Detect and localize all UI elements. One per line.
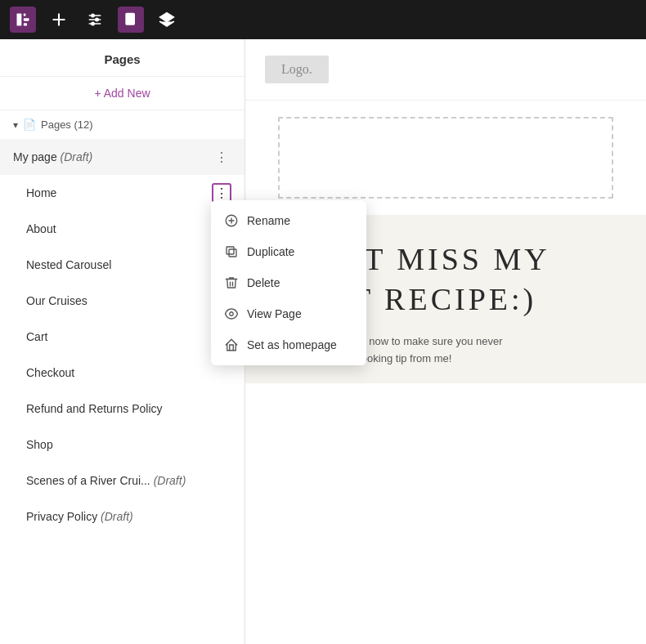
- list-item[interactable]: Privacy Policy (Draft) ⋮: [0, 499, 244, 534]
- page-name: Cart: [26, 330, 212, 343]
- list-item[interactable]: Our Cruises ⋮: [0, 283, 244, 319]
- page-name: My page (Draft): [13, 150, 212, 163]
- context-menu: Rename Duplicate Delete: [211, 200, 245, 365]
- page-name: Scenes of a River Crui... (Draft): [26, 474, 212, 487]
- canvas-header: Logo.: [245, 39, 646, 101]
- list-item[interactable]: Checkout ⋮: [0, 355, 244, 391]
- pages-group-label: Pages (12): [41, 119, 93, 131]
- delete-icon: [224, 275, 239, 290]
- home-icon: [224, 338, 239, 352]
- draft-label: (Draft): [61, 150, 93, 163]
- page-name: Home: [26, 186, 212, 199]
- list-item[interactable]: About ⋮: [0, 211, 244, 247]
- rename-menu-item[interactable]: Rename: [211, 205, 245, 236]
- pages-group[interactable]: ▾ 📄 Pages (12): [0, 110, 244, 139]
- page-name: Our Cruises: [26, 294, 212, 307]
- page-name: Shop: [26, 438, 212, 451]
- svg-point-9: [92, 22, 94, 25]
- add-new-button[interactable]: + Add New: [0, 77, 244, 110]
- toolbar: [0, 0, 646, 39]
- page-list: My page (Draft) ⋮ Home ⋮ About ⋮ Nested …: [0, 139, 244, 644]
- draft-label: (Draft): [154, 474, 186, 487]
- svg-rect-2: [24, 18, 29, 20]
- view-page-menu-item[interactable]: View Page: [211, 298, 245, 329]
- page-name: Privacy Policy (Draft): [26, 510, 212, 523]
- page-name: Nested Carousel: [26, 258, 212, 271]
- sidebar-title: Pages: [0, 39, 244, 77]
- list-item[interactable]: Refund and Returns Policy ⋮: [0, 391, 244, 427]
- chevron-down-icon: ▾: [13, 119, 18, 131]
- page-name: Refund and Returns Policy: [26, 402, 212, 415]
- svg-marker-14: [160, 13, 174, 22]
- svg-rect-0: [17, 14, 22, 26]
- folder-icon: 📄: [23, 119, 36, 131]
- list-item[interactable]: Cart ⋮: [0, 319, 244, 355]
- set-homepage-menu-item[interactable]: Set as homepage: [211, 329, 245, 360]
- logo-placeholder: Logo.: [265, 56, 329, 83]
- sidebar: Pages + Add New ▾ 📄 Pages (12) My page (…: [0, 39, 245, 644]
- duplicate-icon: [224, 244, 239, 259]
- list-item[interactable]: My page (Draft) ⋮: [0, 139, 244, 175]
- list-item[interactable]: Nested Carousel ⋮: [0, 247, 244, 283]
- view-icon: [224, 306, 239, 321]
- delete-menu-item[interactable]: Delete: [211, 267, 245, 298]
- duplicate-menu-item[interactable]: Duplicate: [211, 236, 245, 267]
- canvas-dotted-box: [278, 117, 613, 199]
- layers-icon[interactable]: [154, 7, 180, 33]
- page-name: About: [26, 222, 212, 235]
- list-item[interactable]: Shop ⋮: [0, 427, 244, 463]
- page-name: Checkout: [26, 366, 212, 379]
- svg-rect-18: [229, 249, 236, 257]
- svg-rect-3: [24, 23, 27, 25]
- pages-icon[interactable]: [118, 7, 144, 33]
- svg-point-8: [96, 18, 98, 20]
- elementor-icon[interactable]: [10, 7, 36, 33]
- add-icon[interactable]: [46, 7, 72, 33]
- main-area: Pages + Add New ▾ 📄 Pages (12) My page (…: [0, 39, 646, 644]
- svg-rect-1: [24, 14, 26, 16]
- svg-rect-19: [227, 247, 234, 254]
- svg-point-7: [92, 14, 94, 16]
- rename-icon: [224, 213, 239, 228]
- svg-point-20: [230, 312, 234, 316]
- list-item[interactable]: Scenes of a River Crui... (Draft) ⋮: [0, 463, 244, 499]
- list-item[interactable]: Home ⋮: [0, 175, 244, 211]
- sliders-icon[interactable]: [82, 7, 108, 33]
- draft-label: (Draft): [101, 510, 133, 523]
- more-options-button[interactable]: ⋮: [212, 147, 231, 167]
